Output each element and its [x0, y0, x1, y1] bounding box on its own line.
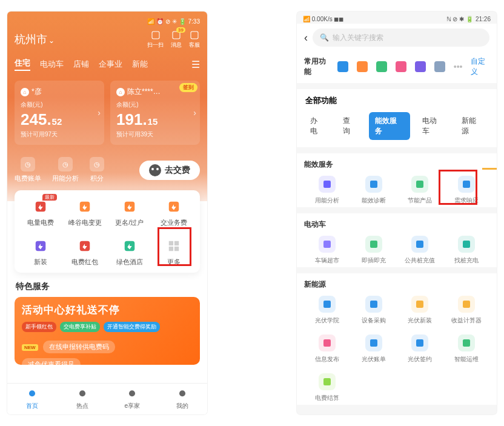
headset-icon[interactable]: 客服 — [189, 30, 200, 49]
svg-rect-34 — [323, 378, 331, 385]
cat-电动车[interactable]: 电动车 — [416, 112, 450, 140]
status-bar: 📶 0.00K/s ◼◼ ℕ ⊘ ✱ 🔋21:26 — [297, 12, 497, 24]
cat-办电[interactable]: 办电 — [304, 112, 331, 140]
service-智能运维[interactable]: 智能运维 — [443, 334, 490, 364]
tab-店铺[interactable]: 店铺 — [73, 59, 89, 70]
nav-e享家[interactable]: e享家 — [107, 384, 158, 414]
more-dots-icon: ••• — [454, 62, 463, 72]
service-收益计算器[interactable]: 收益计算器 — [443, 296, 490, 325]
tab-新能[interactable]: 新能 — [132, 59, 148, 70]
service-公共桩充值[interactable]: 公共桩充值 — [397, 236, 443, 265]
service-光伏账单[interactable]: 光伏账单 — [351, 334, 397, 364]
grid-item-新装[interactable]: 新装 — [18, 238, 63, 267]
service-电费结算[interactable]: 电费结算 — [304, 373, 351, 402]
nav-热点[interactable]: 热点 — [58, 384, 108, 414]
service-用能分析[interactable]: 用能分析 — [304, 176, 351, 205]
svg-rect-13 — [174, 247, 179, 251]
svg-rect-24 — [416, 241, 423, 248]
back-button[interactable]: ‹ — [304, 32, 308, 44]
fav-app-icon[interactable] — [337, 61, 348, 72]
section-title: 能效服务 — [304, 159, 489, 170]
svg-rect-20 — [416, 181, 423, 188]
fav-app-icon[interactable] — [415, 61, 426, 72]
grid-item-电费红包[interactable]: 电费红包 — [63, 238, 108, 267]
special-service-title: 特色服务 — [16, 281, 199, 292]
service-节能产品[interactable]: 节能产品 — [397, 176, 443, 205]
svg-rect-18 — [323, 181, 331, 188]
grid-item-更多[interactable]: 更多 — [152, 238, 197, 267]
pay-button[interactable]: 去交费 — [139, 161, 200, 180]
new-badge: NEW — [22, 344, 38, 351]
svg-rect-27 — [370, 301, 377, 308]
tab-住宅[interactable]: 住宅 — [15, 58, 30, 71]
fav-app-icon[interactable] — [434, 61, 445, 72]
section-title: 新能源 — [304, 279, 489, 290]
svg-rect-26 — [323, 301, 331, 308]
account-card[interactable]: ⌂*彦 余额(元) 245.52 预计可用97天› — [15, 81, 104, 145]
tab-企事业[interactable]: 企事业 — [99, 59, 122, 70]
cat-新能源[interactable]: 新能源 — [456, 112, 489, 140]
svg-rect-29 — [463, 301, 470, 308]
section-电动车: 电动车车辆超市即插即充公共桩充值找桩充电 — [297, 213, 497, 267]
nav-首页[interactable]: 首页 — [7, 384, 58, 414]
service-设备采购[interactable]: 设备采购 — [351, 296, 397, 325]
grid-item-峰谷电变更[interactable]: 峰谷电变更 — [63, 199, 108, 227]
svg-rect-25 — [463, 241, 470, 248]
service-光伏签约[interactable]: 光伏签约 — [397, 334, 443, 364]
svg-rect-21 — [463, 181, 470, 188]
scan-icon[interactable]: 扫一扫 — [147, 30, 164, 49]
grid-item-更名/过户[interactable]: 更名/过户 — [107, 199, 152, 227]
svg-rect-23 — [370, 241, 377, 248]
cat-查询[interactable]: 查询 — [337, 112, 363, 140]
status-bar: 📶 ⏰ ⊘ ✳ 🔋 7:33 — [15, 16, 200, 26]
svg-rect-12 — [169, 247, 173, 251]
service-能效诊断[interactable]: 能效诊断 — [351, 176, 397, 205]
banner-chip: 开通智能交费得奖励 — [104, 322, 160, 332]
service-光伏学院[interactable]: 光伏学院 — [304, 296, 351, 325]
phone-home-screen: 📶 ⏰ ⊘ ✳ 🔋 7:33 杭州市⌄ 扫一扫消息39客服 住宅电动车店铺企事业… — [7, 12, 207, 414]
account-card[interactable]: ⌂陈立****… 余额(元) 191.15 预计可用39天›签到 — [110, 81, 200, 145]
grid-item-电量电费[interactable]: 最新电量电费 — [18, 199, 63, 227]
fav-app-icon[interactable] — [376, 61, 387, 72]
service-需求响应[interactable]: 需求响应 — [443, 176, 490, 205]
promo-banner[interactable]: 活动中心好礼送不停 新手领红包交电费享补贴开通智能交费得奖励 NEW 在线申报转… — [15, 297, 200, 365]
city-selector[interactable]: 杭州市⌄ — [15, 32, 55, 47]
svg-point-15 — [79, 390, 85, 396]
all-functions-title: 全部功能 — [297, 89, 497, 106]
search-icon: 🔍 — [320, 33, 329, 42]
pie-icon[interactable]: ◷用能分析 — [52, 157, 79, 183]
banner-chip: 交电费享补贴 — [60, 322, 100, 332]
function-category-tabs: 办电查询能效服务电动车新能源 — [297, 106, 497, 147]
svg-rect-2 — [191, 32, 198, 39]
banner-chip: 新手领红包 — [22, 322, 56, 332]
nav-我的[interactable]: 我的 — [158, 384, 208, 414]
phone-all-functions-screen: 📶 0.00K/s ◼◼ ℕ ⊘ ✱ 🔋21:26 ‹ 🔍 输入关键字搜索 常用… — [297, 12, 497, 414]
tab-电动车[interactable]: 电动车 — [40, 59, 64, 70]
svg-rect-33 — [463, 339, 470, 347]
service-找桩充电[interactable]: 找桩充电 — [443, 236, 490, 265]
service-光伏新装[interactable]: 光伏新装 — [397, 296, 443, 325]
section-能效服务: 能效服务用能分析能效诊断节能产品需求响应 — [297, 153, 497, 207]
svg-rect-28 — [416, 301, 423, 308]
fav-app-icon[interactable] — [396, 61, 406, 72]
customize-link[interactable]: 自定义 — [471, 56, 489, 77]
svg-rect-0 — [152, 32, 159, 39]
svg-rect-22 — [323, 241, 331, 248]
fav-app-icon[interactable] — [357, 61, 368, 72]
points-icon[interactable]: ◷积分 — [90, 157, 104, 183]
service-即插即充[interactable]: 即插即充 — [351, 236, 397, 265]
svg-point-16 — [129, 390, 135, 396]
menu-icon[interactable]: ☰ — [191, 59, 200, 70]
service-信息发布[interactable]: 信息发布 — [304, 334, 351, 364]
bottom-nav: 首页热点e享家我的 — [7, 383, 207, 414]
bill-icon[interactable]: ◷电费账单 — [15, 157, 41, 183]
category-tabs: 住宅电动车店铺企事业新能☰ — [15, 58, 200, 71]
section-title: 电动车 — [304, 219, 489, 230]
cat-能效服务[interactable]: 能效服务 — [369, 112, 409, 140]
grid-item-交业务费[interactable]: 交业务费 — [152, 199, 197, 227]
grid-item-绿色酒店[interactable]: 绿色酒店 — [107, 238, 152, 267]
service-车辆超市[interactable]: 车辆超市 — [304, 236, 351, 265]
bell-icon[interactable]: 消息39 — [171, 30, 182, 49]
search-input[interactable]: 🔍 输入关键字搜索 — [313, 28, 489, 47]
bot-icon — [149, 164, 161, 176]
